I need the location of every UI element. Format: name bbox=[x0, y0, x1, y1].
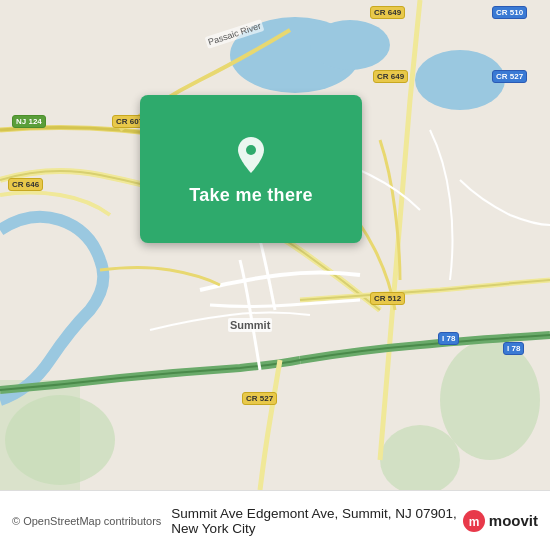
i78-badge: I 78 bbox=[438, 332, 459, 345]
svg-point-6 bbox=[310, 20, 390, 70]
address-text: Summit Ave Edgemont Ave, Summit, NJ 0790… bbox=[171, 506, 462, 536]
i78-right-badge: I 78 bbox=[503, 342, 524, 355]
moovit-text: moovit bbox=[489, 512, 538, 529]
cr527-bot-badge: CR 527 bbox=[242, 392, 277, 405]
bottom-bar: © OpenStreetMap contributors Summit Ave … bbox=[0, 490, 550, 550]
cr649-mid-badge: CR 649 bbox=[373, 70, 408, 83]
map-container: Passaic River Summit CR 649 CR 510 NJ 12… bbox=[0, 0, 550, 490]
take-me-there-card[interactable]: Take me there bbox=[140, 95, 362, 243]
location-pin-icon bbox=[229, 133, 273, 177]
svg-text:m: m bbox=[468, 515, 479, 529]
cr527-top-badge: CR 527 bbox=[492, 70, 527, 83]
take-me-there-label: Take me there bbox=[189, 185, 313, 206]
moovit-icon: m bbox=[463, 510, 485, 532]
cr510-badge: CR 510 bbox=[492, 6, 527, 19]
svg-point-8 bbox=[246, 145, 256, 155]
cr649-top-badge: CR 649 bbox=[370, 6, 405, 19]
cr512-badge: CR 512 bbox=[370, 292, 405, 305]
cr646-badge: CR 646 bbox=[8, 178, 43, 191]
svg-point-2 bbox=[440, 340, 540, 460]
summit-label: Summit bbox=[228, 318, 272, 332]
moovit-logo: m moovit bbox=[463, 510, 538, 532]
osm-attribution: © OpenStreetMap contributors bbox=[12, 515, 161, 527]
nj124-badge: NJ 124 bbox=[12, 115, 46, 128]
